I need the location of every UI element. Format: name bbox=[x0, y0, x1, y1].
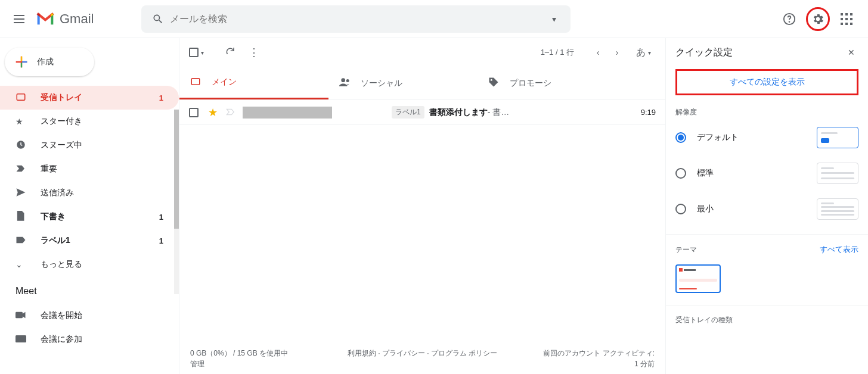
refresh-icon bbox=[225, 46, 235, 57]
nav-starred[interactable]: ★ スター付き bbox=[0, 110, 179, 133]
nav-more[interactable]: ⌄ もっと見る bbox=[0, 253, 179, 276]
important-marker[interactable] bbox=[226, 108, 235, 117]
mail-time: 9:19 bbox=[641, 108, 656, 117]
mail-subject: 書類添付します bbox=[429, 107, 488, 118]
keyboard-icon bbox=[16, 335, 27, 344]
settings-button[interactable] bbox=[806, 7, 830, 31]
meet-join[interactable]: 会議に参加 bbox=[16, 328, 179, 351]
tag-icon bbox=[488, 77, 499, 89]
ime-dropdown[interactable]: ▾ bbox=[648, 49, 651, 56]
meet-section: Meet 会議を開始 会議に参加 bbox=[0, 286, 179, 351]
main-menu-button[interactable] bbox=[5, 5, 33, 33]
density-label: デフォルト bbox=[697, 132, 739, 143]
ime-indicator[interactable]: あ bbox=[636, 46, 646, 59]
nav-label: 会議に参加 bbox=[41, 334, 179, 345]
hamburger-icon bbox=[14, 15, 24, 23]
nav-label: スヌーズ中 bbox=[41, 140, 179, 151]
gear-icon bbox=[811, 13, 824, 26]
close-button[interactable]: ✕ bbox=[844, 45, 858, 60]
page-next[interactable]: › bbox=[607, 48, 627, 57]
page-prev[interactable]: ‹ bbox=[588, 48, 607, 57]
compose-label: 作成 bbox=[37, 57, 54, 67]
nav-snoozed[interactable]: スヌーズ中 bbox=[0, 133, 179, 157]
density-compact[interactable]: 最小 bbox=[675, 198, 858, 220]
tab-primary[interactable]: メイン bbox=[179, 67, 328, 99]
nav-drafts[interactable]: 下書き 1 bbox=[0, 205, 179, 229]
density-default[interactable]: デフォルト bbox=[675, 127, 858, 148]
footer-policy[interactable]: 利用規約 · プライバシー · プログラム ポリシー bbox=[345, 348, 500, 369]
density-label: 標準 bbox=[697, 168, 714, 179]
svg-rect-5 bbox=[17, 94, 25, 100]
help-icon bbox=[783, 13, 796, 26]
theme-thumbnail[interactable] bbox=[675, 264, 721, 293]
nav-label1[interactable]: ラベル1 1 bbox=[0, 229, 179, 253]
theme-view-all-link[interactable]: すべて表示 bbox=[820, 244, 858, 255]
search-icon[interactable] bbox=[146, 13, 170, 25]
quick-settings-panel: クイック設定 ✕ すべての設定を表示 解像度 デフォルト 標準 最小 bbox=[665, 38, 868, 374]
inbox-icon bbox=[190, 76, 201, 89]
tab-promotions[interactable]: プロモーシ bbox=[478, 67, 627, 99]
quick-settings-title: クイック設定 bbox=[675, 46, 844, 59]
support-button[interactable] bbox=[777, 7, 801, 31]
radio-standard[interactable] bbox=[675, 168, 686, 179]
storage-manage-link[interactable]: 管理 bbox=[190, 359, 345, 369]
svg-point-12 bbox=[491, 79, 492, 81]
nav-label: もっと見る bbox=[41, 259, 179, 270]
sidebar-scrollbar[interactable] bbox=[174, 110, 179, 294]
search-bar[interactable]: ▾ bbox=[141, 5, 571, 33]
svg-rect-2 bbox=[21, 57, 22, 61]
nav-label: 会議を開始 bbox=[41, 310, 179, 321]
people-icon bbox=[339, 78, 350, 88]
star-icon: ★ bbox=[16, 117, 27, 126]
meet-title: Meet bbox=[16, 286, 179, 297]
send-icon bbox=[16, 187, 27, 200]
all-settings-button[interactable]: すべての設定を表示 bbox=[675, 69, 858, 95]
search-input[interactable] bbox=[170, 14, 542, 24]
search-options-dropdown[interactable]: ▾ bbox=[542, 14, 566, 24]
select-dropdown[interactable]: ▾ bbox=[201, 49, 204, 56]
video-icon bbox=[16, 311, 27, 321]
nav-label: 下書き bbox=[41, 211, 159, 222]
tab-label: メイン bbox=[212, 77, 237, 88]
nav-count: 1 bbox=[159, 94, 179, 102]
tab-social[interactable]: ソーシャル bbox=[328, 67, 478, 99]
density-label: 最小 bbox=[697, 204, 714, 214]
category-tabs: メイン ソーシャル プロモーシ bbox=[179, 67, 665, 100]
nav-sent[interactable]: 送信済み bbox=[0, 181, 179, 205]
svg-rect-9 bbox=[191, 78, 200, 85]
compose-button[interactable]: 作成 bbox=[5, 48, 94, 76]
more-vert-icon: ⋮ bbox=[249, 46, 259, 58]
sidebar: 作成 受信トレイ 1 ★ スター付き スヌーズ中 重要 送信済み bbox=[0, 38, 179, 374]
star-icon[interactable]: ★ bbox=[208, 106, 218, 119]
mail-row[interactable]: ★ ラベル1 書類添付します - 書… 9:19 bbox=[179, 100, 665, 125]
density-section-label: 解像度 bbox=[675, 107, 858, 117]
svg-point-1 bbox=[789, 21, 790, 22]
nav-label: 送信済み bbox=[41, 188, 179, 198]
google-apps-button[interactable] bbox=[835, 7, 858, 31]
chevron-down-icon: ⌄ bbox=[16, 260, 27, 269]
svg-rect-7 bbox=[16, 311, 23, 318]
mail-checkbox[interactable] bbox=[189, 108, 199, 117]
density-standard[interactable]: 標準 bbox=[675, 163, 858, 184]
tab-label: プロモーシ bbox=[510, 78, 551, 89]
meet-start[interactable]: 会議を開始 bbox=[16, 304, 179, 328]
svg-rect-3 bbox=[22, 61, 27, 63]
gmail-logo[interactable]: Gmail bbox=[36, 11, 94, 27]
mail-sender bbox=[243, 107, 332, 119]
nav-important[interactable]: 重要 bbox=[0, 157, 179, 181]
apps-grid-icon bbox=[841, 13, 852, 25]
more-button[interactable]: ⋮ bbox=[242, 46, 266, 59]
refresh-button[interactable] bbox=[218, 46, 242, 60]
app-header: Gmail ▾ bbox=[0, 0, 868, 38]
gmail-m-icon bbox=[36, 12, 55, 26]
plus-icon bbox=[13, 54, 30, 70]
nav-inbox[interactable]: 受信トレイ 1 bbox=[0, 86, 179, 110]
footer: 0 GB（0%） / 15 GB を使用中 管理 利用規約 · プライバシー ·… bbox=[179, 348, 665, 374]
nav-list: 受信トレイ 1 ★ スター付き スヌーズ中 重要 送信済み 下書き bbox=[0, 86, 179, 276]
radio-default[interactable] bbox=[675, 132, 686, 143]
mail-label-chip[interactable]: ラベル1 bbox=[392, 106, 424, 119]
select-all-checkbox[interactable] bbox=[189, 48, 199, 57]
nav-label: 受信トレイ bbox=[41, 92, 159, 103]
mail-snippet: - 書… bbox=[488, 107, 510, 118]
radio-compact[interactable] bbox=[675, 204, 686, 214]
